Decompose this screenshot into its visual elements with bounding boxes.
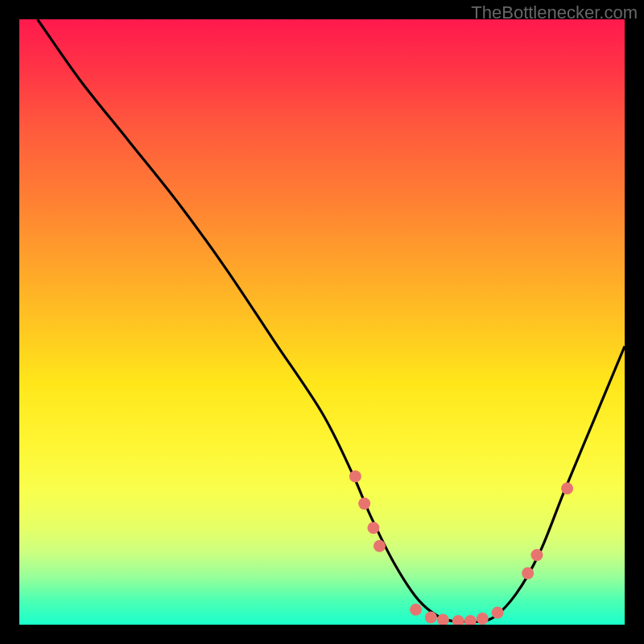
plot-area: [19, 19, 625, 625]
data-marker: [492, 606, 504, 618]
bottleneck-curve: [38, 19, 625, 622]
marker-group: [349, 470, 573, 625]
chart-svg: [19, 19, 625, 625]
data-marker: [425, 611, 437, 623]
data-marker: [374, 540, 386, 552]
data-marker: [349, 470, 361, 482]
data-marker: [410, 604, 422, 616]
data-marker: [452, 615, 464, 625]
data-marker: [522, 568, 534, 580]
data-marker: [367, 522, 379, 534]
data-marker: [561, 482, 573, 494]
data-marker: [464, 615, 477, 625]
data-marker: [530, 549, 543, 561]
data-marker: [477, 613, 489, 625]
attribution-text: TheBottlenecker.com: [471, 2, 638, 23]
data-marker: [358, 497, 370, 510]
